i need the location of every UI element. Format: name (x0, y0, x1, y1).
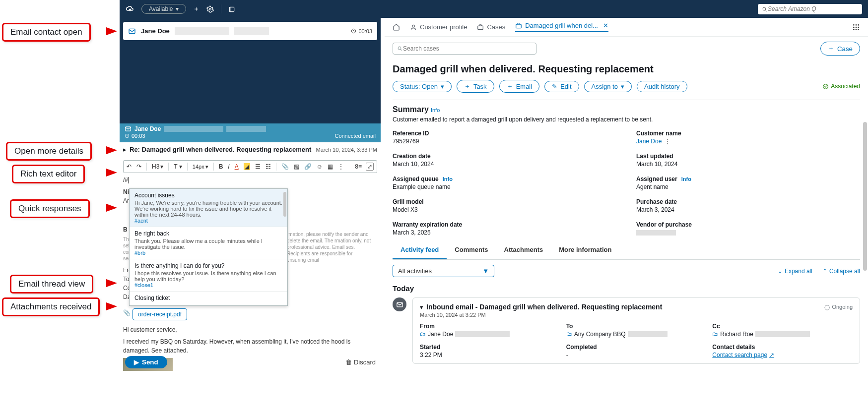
align-button[interactable]: ☰ (255, 163, 261, 170)
from-label: From (420, 323, 560, 330)
image-button[interactable]: ▧ (294, 163, 299, 170)
amazon-q-search[interactable] (758, 4, 862, 14)
connected-name: Jane Doe (134, 125, 161, 132)
amazon-q-input[interactable] (768, 5, 858, 12)
rich-text-toolbar: ↶ ↷ H3 ▾ T ▾ 14px ▾ B I A ◢ ☰ ☷ 📎 ▧ 🔗 ☺ … (123, 160, 377, 173)
card-icon: 🗂 (712, 331, 718, 338)
arrow-icon (106, 27, 117, 35)
edit-chip[interactable]: ✎ Edit (544, 81, 579, 92)
agent-status-pill[interactable]: Available ▾ (141, 4, 186, 14)
cc-label: Cc (712, 323, 853, 330)
case-summary: SummaryInfo Customer emailed to report a… (385, 100, 868, 123)
list-button[interactable]: ☷ (266, 163, 271, 170)
italic-button[interactable]: I (228, 163, 229, 170)
undo-button[interactable]: ↶ (127, 163, 132, 170)
plus-icon[interactable]: ＋ (193, 4, 200, 13)
gear-icon[interactable] (206, 5, 214, 13)
redacted (628, 331, 668, 337)
mentions-button[interactable]: 8≡ (355, 163, 362, 171)
email-contact-card[interactable]: Jane Doe 00:03 (123, 22, 377, 40)
briefcase-icon (515, 22, 522, 29)
search-cases[interactable] (393, 43, 536, 55)
completed-label: Completed (566, 344, 707, 351)
task-chip[interactable]: ＋ Task (457, 80, 494, 93)
collapse-all-link[interactable]: ⌃ Collapse all (822, 268, 860, 275)
bold-button[interactable]: B (219, 163, 223, 170)
redo-button[interactable]: ↷ (136, 163, 141, 170)
chevron-down-icon: ▼ (482, 267, 489, 275)
status-chip[interactable]: Status: Open ▾ (393, 81, 452, 92)
discard-button[interactable]: 🗑 Discard (345, 358, 376, 366)
subtab-attachments[interactable]: Attachments (496, 241, 551, 259)
chevron-up-icon: ⌃ (822, 268, 827, 275)
quick-response-item[interactable]: Is there anything I can do for you? I ho… (130, 259, 287, 292)
attachment-chip[interactable]: order-receipt.pdf (133, 308, 187, 320)
more-button[interactable]: ⋮ (338, 163, 344, 170)
audit-chip[interactable]: Audit history (637, 81, 687, 92)
font-button[interactable]: T ▾ (174, 163, 182, 170)
tab-case-detail[interactable]: Damaged grill when del... ✕ (515, 22, 608, 32)
close-icon[interactable]: ✕ (603, 22, 608, 29)
subtab-more-info[interactable]: More information (551, 241, 619, 259)
quick-response-item[interactable]: Account issues Hi Jane, We're sorry, you… (130, 189, 287, 227)
text-color-button[interactable]: A (235, 163, 239, 170)
email-subject-row[interactable]: ▸ Re: Damaged grill when delivered. Requ… (123, 146, 377, 153)
contact-search-link[interactable]: Contact search page ↗ (712, 352, 774, 358)
heading-select[interactable]: H3 ▾ (152, 163, 163, 170)
field-label: Purchase date (636, 198, 860, 205)
quick-response-item[interactable]: Closing ticket (130, 292, 287, 305)
field-label: Assigned user Info (636, 176, 860, 182)
redacted (226, 126, 266, 132)
annotation-open-details: Open more details (6, 142, 92, 161)
new-case-button[interactable]: ＋ Case (820, 42, 860, 56)
quick-response-item[interactable]: Be right back Thank you. Please allow me… (130, 227, 287, 259)
case-panel-tabs: Customer profile Cases Damaged grill whe… (385, 18, 868, 37)
feed-item: ▾ Inbound email - Damaged grill when del… (385, 295, 868, 367)
subtab-comments[interactable]: Comments (447, 241, 496, 259)
tab-cases[interactable]: Cases (477, 23, 505, 31)
feed-controls: All activities ▼ ⌄ Expand all ⌃ Collapse… (385, 260, 868, 282)
subtab-activity-feed[interactable]: Activity feed (393, 241, 447, 259)
to-label: To (566, 323, 707, 330)
card-icon: 🗂 (566, 331, 572, 338)
search-cases-input[interactable] (403, 45, 532, 52)
field-value: March 10, 2024 (393, 161, 616, 168)
info-link[interactable]: Info (431, 107, 440, 113)
feed-card: ▾ Inbound email - Damaged grill when del… (412, 297, 860, 364)
tab-customer-profile[interactable]: Customer profile (410, 23, 467, 31)
expand-button[interactable]: ⤢ (366, 163, 374, 171)
link-button[interactable]: 🔗 (304, 163, 312, 170)
annotation-attachments: Attachments received (2, 297, 100, 316)
scrollbar[interactable] (863, 122, 867, 271)
scrollbar[interactable] (283, 192, 286, 217)
email-chip[interactable]: ＋ Email (499, 80, 540, 93)
apps-icon[interactable] (852, 22, 860, 32)
highlight-button[interactable]: ◢ (244, 163, 250, 170)
activity-filter-dropdown[interactable]: All activities ▼ (393, 265, 494, 277)
assign-chip[interactable]: Assign to ▾ (584, 81, 632, 92)
more-icon[interactable]: ⋮ (665, 138, 670, 145)
quick-response-popup: Account issues Hi Jane, We're sorry, you… (129, 188, 288, 306)
panel-icon[interactable] (228, 5, 235, 13)
expand-all-link[interactable]: ⌄ Expand all (778, 268, 812, 275)
divider (221, 4, 221, 13)
emoji-button[interactable]: ☺ (317, 163, 323, 170)
feed-item-title: Inbound email - Damaged grill when deliv… (426, 303, 662, 311)
connected-email-bar: Jane Doe 00:03 Connected email (120, 123, 381, 142)
redacted (175, 27, 229, 35)
fontsize-select[interactable]: 14px ▾ (193, 164, 208, 170)
customer-link[interactable]: Jane Doe (636, 138, 662, 145)
caret-right-icon[interactable]: ▸ (123, 146, 127, 153)
tab-home[interactable] (393, 23, 400, 31)
info-link[interactable]: Info (443, 176, 453, 182)
cloud-icon[interactable] (126, 4, 134, 13)
send-button[interactable]: ▶ Send (125, 356, 167, 368)
table-button[interactable]: ▦ (328, 163, 333, 170)
info-link[interactable]: Info (681, 176, 691, 182)
field-label: Customer name (636, 130, 860, 137)
svg-point-19 (856, 29, 857, 31)
svg-point-15 (853, 27, 855, 28)
attach-button[interactable]: 📎 (281, 163, 289, 170)
caret-down-icon[interactable]: ▾ (420, 303, 423, 311)
briefcase-icon (477, 24, 484, 31)
